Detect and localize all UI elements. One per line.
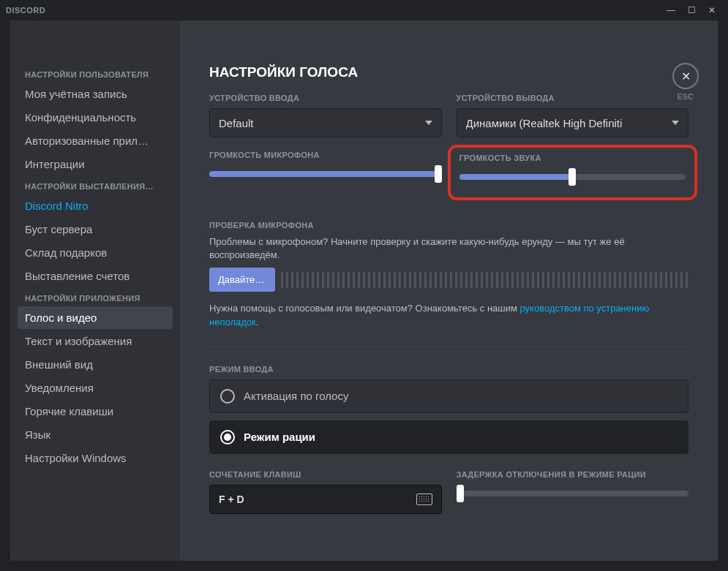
page-title: НАСТРОЙКИ ГОЛОСА [209, 64, 688, 80]
output-device-label: УСТРОЙСТВО ВЫВОДА [457, 94, 689, 102]
settings-sidebar: НАСТРОЙКИ ПОЛЬЗОВАТЕЛЯ Моя учётная запис… [10, 20, 180, 561]
sidebar-item-appearance[interactable]: Внешний вид [18, 353, 173, 376]
input-volume-label: ГРОМКОСТЬ МИКРОФОНА [209, 151, 442, 159]
mic-test-label: ПРОВЕРКА МИКРОФОНА [209, 221, 688, 230]
sidebar-item-authorized-apps[interactable]: Авторизованные прил… [18, 129, 173, 152]
app-window: DISCORD — ☐ ✕ НАСТРОЙКИ ПОЛЬЗОВАТЕЛЯ Моя… [0, 0, 728, 571]
output-device-value: Динамики (Realtek High Definiti [466, 117, 672, 129]
sidebar-item-gifts[interactable]: Склад подарков [18, 241, 173, 264]
input-mode-label: РЕЖИМ ВВОДА [209, 365, 688, 374]
sidebar-header-user: НАСТРОЙКИ ПОЛЬЗОВАТЕЛЯ [18, 64, 173, 82]
help-prefix: Нужна помощь с голосовым или видеочатом?… [209, 303, 520, 314]
settings-main: ✕ ESC НАСТРОЙКИ ГОЛОСА УСТРОЙСТВО ВВОДА … [180, 20, 718, 561]
output-device-select[interactable]: Динамики (Realtek High Definiti [457, 108, 689, 137]
input-device-value: Default [219, 117, 425, 129]
shortcut-value: F + D [219, 494, 416, 505]
sidebar-item-account[interactable]: Моя учётная запись [18, 83, 173, 105]
sidebar-item-text-images[interactable]: Текст и изображения [18, 330, 173, 352]
sidebar-item-keybinds[interactable]: Горячие клавиши [18, 400, 173, 423]
sidebar-item-windows[interactable]: Настройки Windows [18, 447, 173, 469]
divider [209, 347, 688, 347]
sidebar-item-voice-video[interactable]: Голос и видео [18, 306, 173, 329]
chevron-down-icon [672, 121, 679, 125]
chevron-down-icon [425, 121, 432, 125]
mic-test-desc: Проблемы с микрофоном? Начните проверку … [209, 235, 688, 262]
sidebar-header-app: НАСТРОЙКИ ПРИЛОЖЕНИЯ [18, 288, 173, 306]
sidebar-item-notifications[interactable]: Уведомления [18, 377, 173, 399]
sidebar-item-billing[interactable]: Выставление счетов [18, 265, 173, 287]
sidebar-item-integrations[interactable]: Интеграции [18, 153, 173, 175]
mic-test-button[interactable]: Давайте пр… [209, 268, 275, 292]
close-icon: ✕ [681, 69, 691, 83]
input-mode-voice-activity[interactable]: Активация по голосу [209, 379, 688, 413]
shortcut-input[interactable]: F + D [209, 485, 442, 514]
mode-ptt-label: Режим рации [244, 431, 315, 443]
input-mode-push-to-talk[interactable]: Режим рации [209, 420, 688, 454]
input-device-label: УСТРОЙСТВО ВВОДА [209, 94, 442, 102]
mic-level-meter [281, 272, 688, 288]
radio-icon [220, 430, 235, 445]
close-esc-label: ESC [677, 92, 694, 101]
sidebar-item-privacy[interactable]: Конфиденциальность [18, 106, 173, 129]
input-device-select[interactable]: Default [209, 108, 442, 137]
titlebar: DISCORD — ☐ ✕ [0, 0, 728, 20]
close-settings-button[interactable]: ✕ [672, 63, 699, 89]
content: НАСТРОЙКИ ПОЛЬЗОВАТЕЛЯ Моя учётная запис… [10, 20, 718, 561]
sidebar-header-billing: НАСТРОЙКИ ВЫСТАВЛЕНИЯ… [18, 176, 173, 194]
output-volume-slider[interactable] [459, 168, 686, 186]
ptt-delay-slider[interactable] [457, 485, 689, 502]
help-suffix: . [256, 317, 259, 328]
sidebar-item-boost[interactable]: Буст сервера [18, 218, 173, 241]
help-text: Нужна помощь с голосовым или видеочатом?… [209, 302, 688, 328]
input-volume-slider[interactable] [209, 165, 442, 183]
shortcut-label: СОЧЕТАНИЕ КЛАВИШ [209, 470, 442, 479]
keyboard-icon [416, 494, 432, 505]
sidebar-item-language[interactable]: Язык [18, 423, 173, 446]
ptt-delay-label: ЗАДЕРЖКА ОТКЛЮЧЕНИЯ В РЕЖИМЕ РАЦИИ [457, 470, 689, 479]
radio-icon [220, 389, 235, 404]
output-volume-label: ГРОМКОСТЬ ЗВУКА [459, 154, 686, 162]
sidebar-item-nitro[interactable]: Discord Nitro [18, 194, 173, 217]
mode-voice-label: Активация по голосу [244, 390, 348, 402]
app-logo: DISCORD [6, 6, 45, 15]
window-minimize[interactable]: — [661, 2, 681, 18]
output-volume-highlight: ГРОМКОСТЬ ЗВУКА [448, 145, 698, 200]
window-maximize[interactable]: ☐ [681, 2, 702, 18]
window-close[interactable]: ✕ [702, 2, 722, 18]
